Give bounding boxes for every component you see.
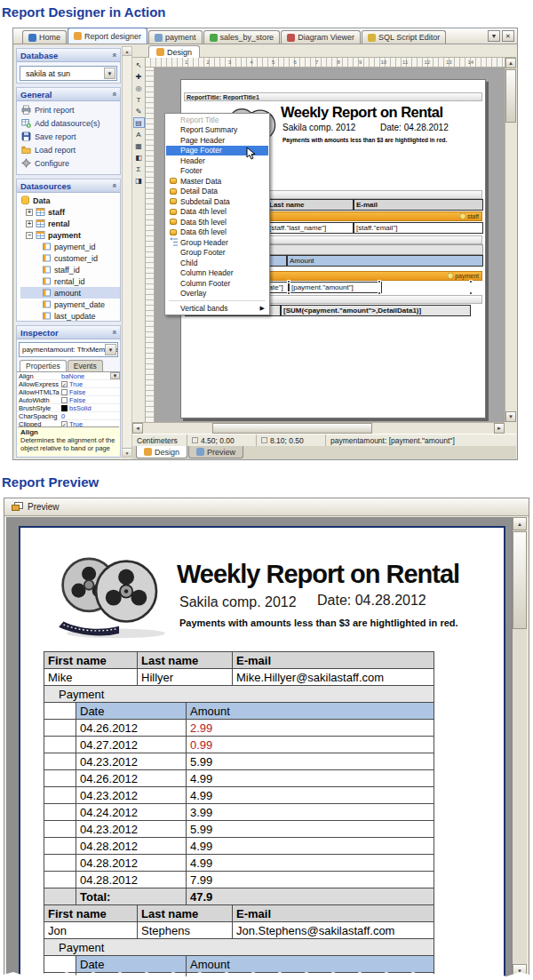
shape-tool-icon[interactable]: ◧ — [133, 152, 145, 163]
design-memo-email[interactable]: [staff."email"] — [354, 222, 483, 234]
preview-tab-label[interactable]: Preview — [28, 502, 60, 512]
select-tool-icon[interactable]: ↖ — [133, 60, 145, 70]
scroll-down-icon[interactable]: ▼ — [123, 448, 131, 457]
menu-item-report-summary[interactable]: Report Summary — [166, 125, 268, 136]
selection-handle[interactable] — [378, 280, 381, 283]
sidebar-item-add-datasource-s-[interactable]: Add datasource(s) — [17, 116, 120, 130]
menu-item-report-title[interactable]: Report Title — [166, 115, 268, 125]
tree-expander-icon[interactable]: + — [26, 220, 33, 227]
canvas-horizontal-scrollbar[interactable]: ◄ ► — [132, 422, 505, 434]
tab-payment[interactable]: payment — [148, 30, 203, 44]
tree-field-staff_id[interactable]: staff_id — [20, 264, 120, 275]
scroll-up-icon[interactable]: ▲ — [505, 58, 516, 68]
menu-item-group-footer[interactable]: Group Footer — [166, 248, 268, 259]
tree-node-staff[interactable]: +staff — [20, 206, 120, 218]
sidebar-item-configure[interactable]: Configure — [17, 156, 120, 170]
text-cursor-tool-icon[interactable]: T — [133, 94, 145, 105]
sidebar-item-save-report[interactable]: Save report — [17, 130, 120, 143]
scrollbar-thumb[interactable] — [513, 531, 527, 629]
chart-tool-icon[interactable]: ◨ — [133, 175, 145, 186]
aggregate-tool-icon[interactable]: Σ — [133, 163, 145, 174]
collapse-chevron-icon[interactable]: « — [109, 52, 118, 57]
hand-tool-icon[interactable]: ✚ — [133, 71, 145, 82]
scroll-down-icon[interactable]: ▼ — [505, 411, 516, 422]
property-dropdown-icon[interactable]: ▼ — [110, 372, 120, 379]
selection-handle[interactable] — [287, 280, 290, 283]
menu-item-child[interactable]: Child — [166, 258, 268, 268]
tree-node-payment[interactable]: −payment — [20, 229, 120, 241]
collapse-chevron-icon[interactable]: « — [109, 330, 118, 334]
database-combo-dropdown-icon[interactable]: ▼ — [104, 68, 115, 79]
menu-item-data-6th-level[interactable]: Data 6th level — [166, 227, 268, 238]
design-report-title-memo[interactable]: Weekly Report on Rental — [281, 104, 443, 121]
menu-item-page-header[interactable]: Page Header — [166, 135, 268, 146]
menu-item-subdetail-data[interactable]: Subdetail Data — [166, 196, 268, 207]
inspector-combo-dropdown-icon[interactable]: ▼ — [105, 344, 116, 355]
scroll-left-icon[interactable]: ◄ — [132, 423, 143, 434]
selection-handle[interactable] — [469, 291, 473, 295]
menu-item-column-header[interactable]: Column Header — [166, 268, 268, 279]
selection-handle[interactable] — [287, 291, 290, 295]
design-col-amount[interactable]: Amount — [287, 255, 483, 267]
tab-sql-script-editor[interactable]: SQL Script Editor — [362, 30, 446, 44]
tree-expander-icon[interactable]: + — [26, 209, 33, 216]
preview-vertical-scrollbar[interactable]: ▲ ▼ — [512, 517, 527, 977]
picture-tool-icon[interactable]: ▦ — [133, 140, 145, 151]
menu-item-data-4th-level[interactable]: Data 4th level — [166, 207, 268, 218]
design-col-last-name[interactable]: Last name — [266, 199, 354, 211]
tab-diagram-viewer[interactable]: Diagram Viewer — [281, 30, 361, 44]
sidebar-scrollbar[interactable]: ▲ ▼ — [122, 46, 132, 458]
checkbox-checked-icon[interactable]: ✓ — [61, 381, 68, 387]
menu-item-master-data[interactable]: Master Data — [166, 176, 268, 187]
band-report-title[interactable]: ReportTitle: ReportTitle1 — [184, 92, 482, 101]
design-report-note-memo[interactable]: Payments with amounts less than $3 are h… — [282, 137, 447, 143]
checkbox-unchecked-icon[interactable] — [61, 389, 68, 395]
tree-node-data[interactable]: Data — [20, 195, 120, 206]
selection-handle[interactable] — [469, 280, 473, 283]
tree-node-rental[interactable]: +rental — [20, 218, 120, 229]
database-panel-header[interactable]: Database « — [17, 49, 120, 62]
checkbox-unchecked-icon[interactable] — [61, 397, 68, 403]
scrollbar-thumb[interactable] — [212, 423, 372, 434]
insert-band-tool-icon[interactable]: ▤ — [133, 117, 145, 128]
sidebar-item-load-report[interactable]: Load report — [17, 143, 120, 156]
general-panel-header[interactable]: General « — [17, 88, 120, 101]
tree-field-amount[interactable]: amount — [20, 287, 120, 299]
tree-field-customer_id[interactable]: customer_id — [20, 252, 120, 264]
scroll-up-icon[interactable]: ▲ — [123, 47, 131, 56]
menu-item-column-footer[interactable]: Column Footer — [166, 278, 268, 289]
inspector-tab-events[interactable]: Events — [68, 360, 103, 371]
tree-field-last_update[interactable]: last_update — [20, 310, 120, 321]
bottom-tab-design[interactable]: Design — [136, 446, 187, 458]
scroll-right-icon[interactable]: ► — [494, 423, 505, 434]
inspector-panel-header[interactable]: Inspector « — [17, 326, 120, 339]
menu-item-overlay[interactable]: Overlay — [166, 289, 268, 299]
menu-item-group-header[interactable]: Group Header — [166, 237, 268, 248]
bottom-tab-preview[interactable]: Preview — [188, 446, 243, 458]
collapse-chevron-icon[interactable]: « — [109, 92, 118, 96]
design-col-email[interactable]: E-mail — [354, 199, 483, 211]
tab-sales-by-store[interactable]: sales_by_store — [203, 30, 281, 44]
inspector-tab-properties[interactable]: Properties — [20, 360, 67, 371]
scrollbar-thumb[interactable] — [505, 69, 516, 123]
sidebar-item-print-report[interactable]: Print report — [17, 103, 120, 116]
design-footer-sum-memo[interactable]: [SUM(<payment."amount">,DetailData1)] — [281, 305, 471, 316]
design-view-tab[interactable]: Design — [148, 45, 200, 58]
format-brush-tool-icon[interactable]: ✎ — [133, 106, 145, 116]
text-object-tool-icon[interactable]: A — [133, 129, 145, 139]
tree-field-rental_id[interactable]: rental_id — [20, 275, 120, 287]
datasources-panel-header[interactable]: Datasources « — [17, 179, 120, 193]
collapse-chevron-icon[interactable]: « — [109, 183, 118, 187]
inspector-object-combo[interactable]: paymentamount: TfrxMemoView ▼ — [19, 342, 118, 357]
scroll-up-icon[interactable]: ▲ — [513, 517, 527, 530]
tree-expander-icon[interactable]: − — [26, 232, 33, 239]
menu-item-vertical-bands[interactable]: Vertical bands▶ — [166, 303, 268, 314]
database-combo[interactable]: sakila at sun ▼ — [20, 66, 117, 81]
zoom-tool-icon[interactable]: ◎ — [133, 83, 145, 93]
tab-list-dropdown-button[interactable]: ▼ — [488, 30, 500, 42]
canvas-vertical-scrollbar[interactable]: ▲ ▼ — [505, 58, 516, 422]
menu-item-data-5th-level[interactable]: Data 5th level — [166, 217, 268, 227]
tab-report-designer[interactable]: Report designer — [68, 28, 147, 44]
design-memo-last-name[interactable]: [staff."last_name"] — [266, 222, 354, 234]
menu-item-footer[interactable]: Footer — [166, 166, 268, 177]
